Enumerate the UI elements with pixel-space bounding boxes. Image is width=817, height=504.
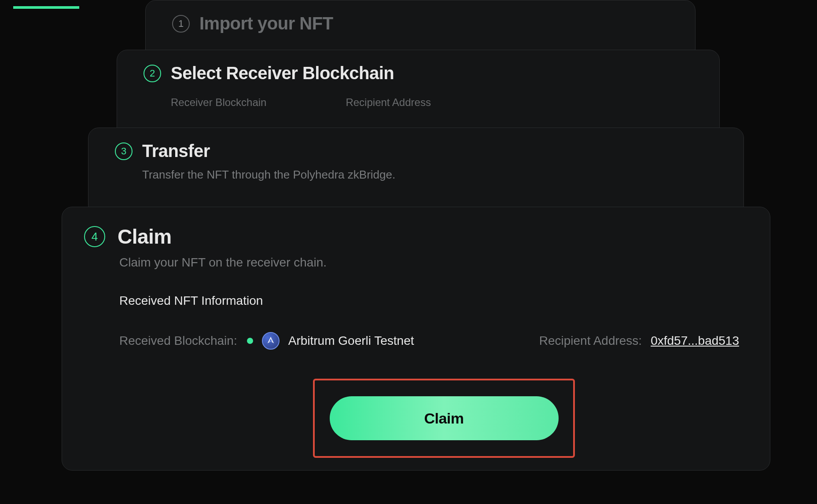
step-4-subtitle: Claim your NFT on the receiver chain. bbox=[119, 256, 739, 270]
step-1-header: 1 Import your NFT bbox=[172, 14, 669, 33]
step-2-header: 2 Select Receiver Blockchain bbox=[144, 63, 693, 83]
step-3-subtitle: Transfer the NFT through the Polyhedra z… bbox=[142, 168, 717, 182]
blockchain-name: Arbitrum Goerli Testnet bbox=[288, 334, 414, 348]
step-2-fields: Receiver Blockchain Recipient Address bbox=[171, 96, 693, 109]
step-1-title: Import your NFT bbox=[199, 14, 333, 33]
arbitrum-chain-icon bbox=[262, 332, 280, 350]
step-4-header: 4 Claim bbox=[84, 225, 739, 248]
steps-container: 1 Import your NFT 2 Select Receiver Bloc… bbox=[0, 0, 817, 9]
step-2-card: 2 Select Receiver Blockchain Receiver Bl… bbox=[117, 50, 720, 138]
address-group: Recipient Address: 0xfd57...bad513 bbox=[539, 334, 739, 348]
received-nft-info-heading: Received NFT Information bbox=[119, 294, 739, 308]
step-3-number-badge: 3 bbox=[115, 142, 132, 160]
received-blockchain-label: Received Blockchain: bbox=[119, 334, 237, 348]
recipient-address-label: Recipient Address bbox=[346, 96, 431, 109]
step-3-card: 3 Transfer Transfer the NFT through the … bbox=[88, 128, 744, 215]
status-dot-icon bbox=[247, 338, 253, 344]
step-2-number-badge: 2 bbox=[144, 65, 161, 82]
recipient-address-label-claim: Recipient Address: bbox=[539, 334, 642, 348]
step-4-title: Claim bbox=[118, 225, 172, 248]
recipient-address-link[interactable]: 0xfd57...bad513 bbox=[651, 334, 739, 348]
step-2-title: Select Receiver Blockchain bbox=[171, 63, 394, 83]
claim-button[interactable]: Claim bbox=[330, 396, 559, 440]
receiver-blockchain-label: Receiver Blockchain bbox=[171, 96, 266, 109]
step-3-title: Transfer bbox=[142, 141, 210, 161]
step-4-card: 4 Claim Claim your NFT on the receiver c… bbox=[62, 207, 770, 471]
blockchain-info-row: Received Blockchain: Arbitrum Goerli Tes… bbox=[119, 332, 739, 350]
step-3-header: 3 Transfer bbox=[115, 141, 717, 161]
step-4-number-badge: 4 bbox=[84, 226, 105, 247]
claim-highlight-box: Claim bbox=[313, 379, 575, 458]
step-1-number-badge: 1 bbox=[172, 15, 190, 33]
